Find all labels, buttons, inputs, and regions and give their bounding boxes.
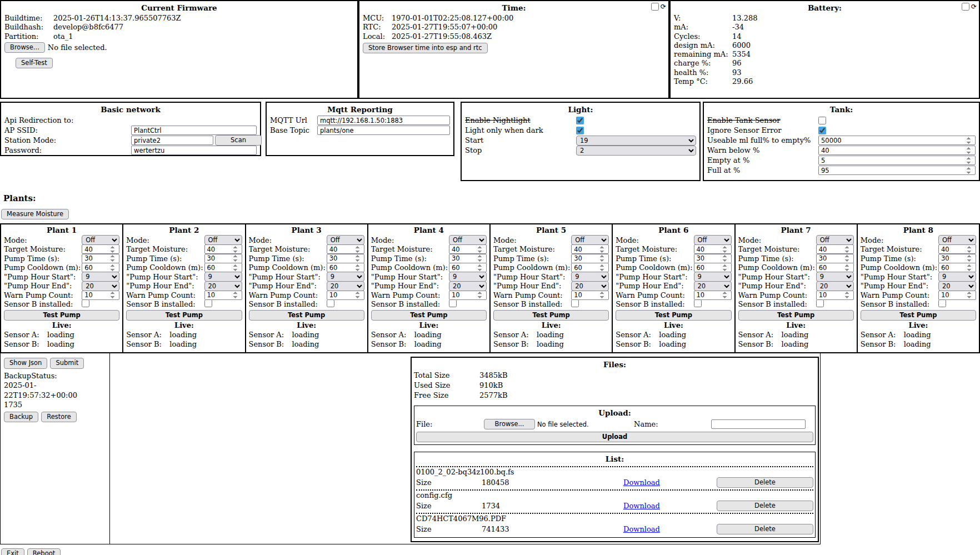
target-moisture-input[interactable] bbox=[571, 244, 609, 254]
test-pump-button[interactable]: Test Pump bbox=[4, 310, 119, 321]
delete-button[interactable]: Delete bbox=[717, 524, 813, 534]
warn-pump-count-input[interactable] bbox=[327, 291, 364, 300]
pump-time-input[interactable] bbox=[571, 254, 609, 263]
sensor-b-installed-checkbox[interactable] bbox=[816, 299, 824, 307]
target-moisture-input[interactable] bbox=[938, 244, 976, 254]
target-moisture-input[interactable] bbox=[816, 244, 854, 254]
backup-button[interactable]: Backup bbox=[4, 412, 38, 422]
pump-time-input[interactable] bbox=[82, 254, 119, 263]
light-start-select[interactable]: 19 bbox=[576, 136, 696, 146]
test-pump-button[interactable]: Test Pump bbox=[616, 310, 731, 321]
measure-moisture-button[interactable]: Measure Moisture bbox=[1, 209, 69, 219]
light-only-dark-checkbox[interactable] bbox=[576, 127, 584, 134]
station-mode-input[interactable] bbox=[131, 136, 213, 145]
store-browser-time-button[interactable]: Store Browser time into esp and rtc bbox=[363, 43, 488, 53]
target-moisture-input[interactable] bbox=[449, 244, 487, 254]
warn-pump-count-input[interactable] bbox=[694, 291, 732, 300]
pump-time-input[interactable] bbox=[816, 254, 854, 263]
mqtt-url-input[interactable] bbox=[317, 116, 450, 125]
reboot-button[interactable]: Reboot bbox=[27, 548, 61, 555]
warn-pump-count-input[interactable] bbox=[571, 291, 609, 300]
target-moisture-input[interactable] bbox=[82, 244, 119, 254]
base-topic-input[interactable] bbox=[317, 126, 450, 135]
pump-hour-end-select[interactable]: 20 bbox=[694, 281, 732, 291]
pump-hour-end-select[interactable]: 20 bbox=[571, 281, 609, 291]
sensor-b-installed-checkbox[interactable] bbox=[938, 299, 946, 307]
pump-cooldown-input[interactable] bbox=[694, 263, 732, 272]
target-moisture-input[interactable] bbox=[694, 244, 732, 254]
refresh-icon[interactable]: ⟳ bbox=[661, 3, 666, 10]
refresh-icon[interactable]: ⟳ bbox=[971, 3, 977, 10]
sensor-b-installed-checkbox[interactable] bbox=[694, 299, 702, 307]
mode-select[interactable]: Off bbox=[327, 235, 364, 245]
test-pump-button[interactable]: Test Pump bbox=[861, 310, 976, 321]
self-test-button[interactable]: Self-Test bbox=[16, 58, 53, 68]
upload-browse-button[interactable]: Browse... bbox=[484, 419, 535, 429]
mode-select[interactable]: Off bbox=[816, 235, 854, 245]
mode-select[interactable]: Off bbox=[204, 235, 242, 245]
full-at-input[interactable] bbox=[818, 166, 976, 175]
test-pump-button[interactable]: Test Pump bbox=[738, 310, 854, 321]
pump-time-input[interactable] bbox=[204, 254, 242, 263]
pump-hour-start-select[interactable]: 9 bbox=[449, 272, 487, 282]
pump-cooldown-input[interactable] bbox=[82, 263, 119, 272]
firmware-browse-button[interactable]: Browse... bbox=[4, 42, 45, 53]
pump-time-input[interactable] bbox=[327, 254, 364, 263]
warn-below-input[interactable] bbox=[818, 146, 976, 155]
submit-button[interactable]: Submit bbox=[50, 358, 84, 368]
enable-nightlight-checkbox[interactable] bbox=[576, 117, 584, 124]
pump-hour-start-select[interactable]: 9 bbox=[204, 272, 242, 282]
warn-pump-count-input[interactable] bbox=[938, 291, 976, 300]
pump-time-input[interactable] bbox=[938, 254, 976, 263]
warn-pump-count-input[interactable] bbox=[82, 291, 119, 300]
pump-hour-end-select[interactable]: 20 bbox=[816, 281, 854, 291]
mode-select[interactable]: Off bbox=[938, 235, 976, 245]
password-input[interactable] bbox=[131, 146, 257, 155]
scan-button[interactable]: Scan bbox=[215, 135, 262, 146]
pump-hour-end-select[interactable]: 20 bbox=[204, 281, 242, 291]
upload-name-input[interactable] bbox=[711, 419, 806, 429]
pump-time-input[interactable] bbox=[449, 254, 487, 263]
warn-pump-count-input[interactable] bbox=[204, 291, 242, 300]
pump-hour-end-select[interactable]: 20 bbox=[327, 281, 364, 291]
pump-hour-start-select[interactable]: 9 bbox=[571, 272, 609, 282]
test-pump-button[interactable]: Test Pump bbox=[249, 310, 364, 321]
warn-pump-count-input[interactable] bbox=[816, 291, 854, 300]
target-moisture-input[interactable] bbox=[204, 244, 242, 254]
mode-select[interactable]: Off bbox=[82, 235, 119, 245]
useable-ml-input[interactable] bbox=[818, 136, 976, 145]
battery-auto-refresh-checkbox[interactable] bbox=[962, 3, 969, 11]
pump-hour-start-select[interactable]: 9 bbox=[938, 272, 976, 282]
pump-time-input[interactable] bbox=[694, 254, 732, 263]
sensor-b-installed-checkbox[interactable] bbox=[204, 299, 212, 307]
light-stop-select[interactable]: 2 bbox=[576, 146, 696, 156]
pump-cooldown-input[interactable] bbox=[327, 263, 364, 272]
empty-at-input[interactable] bbox=[818, 156, 976, 165]
upload-button[interactable]: Upload bbox=[416, 432, 813, 442]
delete-button[interactable]: Delete bbox=[717, 501, 813, 511]
download-link[interactable]: Download bbox=[623, 502, 660, 510]
pump-hour-start-select[interactable]: 9 bbox=[82, 272, 119, 282]
pump-hour-end-select[interactable]: 20 bbox=[938, 281, 976, 291]
pump-hour-start-select[interactable]: 9 bbox=[327, 272, 364, 282]
restore-button[interactable]: Restore bbox=[41, 412, 77, 422]
time-auto-refresh-checkbox[interactable] bbox=[651, 3, 659, 11]
warn-pump-count-input[interactable] bbox=[449, 291, 487, 300]
mode-select[interactable]: Off bbox=[694, 235, 732, 245]
pump-cooldown-input[interactable] bbox=[571, 263, 609, 272]
delete-button[interactable]: Delete bbox=[717, 477, 813, 488]
ap-ssid-input[interactable] bbox=[131, 126, 257, 135]
exit-button[interactable]: Exit bbox=[1, 548, 24, 555]
pump-cooldown-input[interactable] bbox=[204, 263, 242, 272]
download-link[interactable]: Download bbox=[623, 478, 660, 487]
pump-hour-end-select[interactable]: 20 bbox=[449, 281, 487, 291]
mode-select[interactable]: Off bbox=[449, 235, 487, 245]
pump-hour-start-select[interactable]: 9 bbox=[816, 272, 854, 282]
enable-tank-sensor-checkbox[interactable] bbox=[818, 117, 826, 124]
pump-cooldown-input[interactable] bbox=[449, 263, 487, 272]
download-link[interactable]: Download bbox=[623, 525, 660, 533]
pump-cooldown-input[interactable] bbox=[938, 263, 976, 272]
test-pump-button[interactable]: Test Pump bbox=[126, 310, 242, 321]
sensor-b-installed-checkbox[interactable] bbox=[571, 299, 579, 307]
pump-cooldown-input[interactable] bbox=[816, 263, 854, 272]
